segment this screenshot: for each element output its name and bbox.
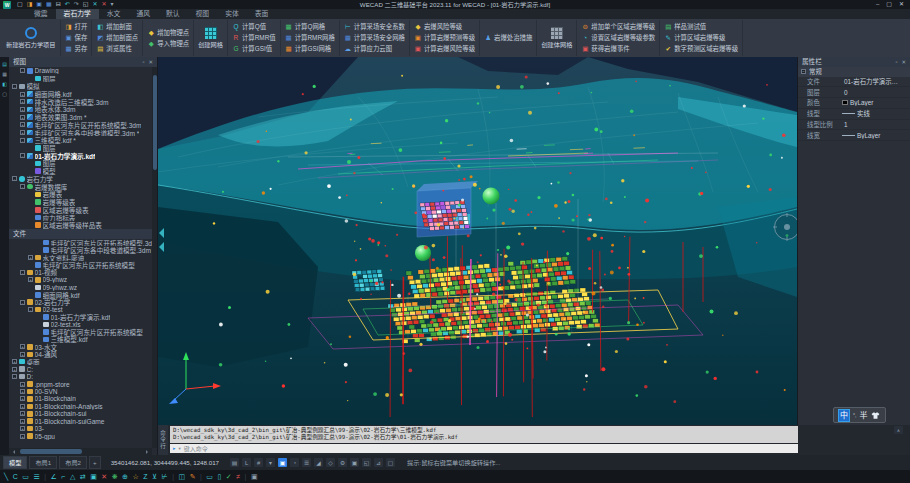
- rail-icon[interactable]: ▢: [2, 92, 7, 97]
- ribbon-big-button[interactable]: 新建岩石力学项目: [6, 27, 56, 49]
- ribbon-button[interactable]: ◧ 增加剖面: [96, 22, 138, 32]
- ribbon-tab[interactable]: 默认: [158, 9, 188, 19]
- tree-item[interactable]: + 04-通风: [9, 351, 157, 358]
- ribbon-tab[interactable]: 表面: [247, 9, 277, 19]
- ribbon-button[interactable]: ◔ 设置区域岩爆等级参数: [581, 33, 655, 43]
- draw-tool-icon[interactable]: |: [245, 470, 247, 483]
- command-history[interactable]: D:\wecad_sdk_ky\3d_cad_2\bin_git\矿冶-典型例题…: [170, 426, 798, 443]
- status-toggle-icon[interactable]: ▾: [266, 458, 275, 467]
- property-row[interactable]: 线宽 ByLayer: [798, 130, 910, 141]
- save-icon[interactable]: ▣: [36, 0, 42, 9]
- tree-item[interactable]: 毛坪矿区河东各中段巷道模型.3dm: [9, 246, 157, 253]
- ribbon-button[interactable]: R 计算RMR值: [232, 33, 276, 43]
- draw-tool-icon[interactable]: ≠: [236, 470, 240, 483]
- ribbon-button[interactable]: ◆ 导入物理点: [147, 39, 189, 49]
- expander-icon[interactable]: +: [20, 382, 25, 387]
- expander-icon[interactable]: -: [20, 68, 25, 73]
- status-toggle-icon[interactable]: ▢: [386, 458, 395, 467]
- draw-tool-icon[interactable]: ☆: [132, 470, 138, 483]
- expander-icon[interactable]: +: [12, 367, 17, 372]
- draw-tool-icon[interactable]: ▣: [90, 470, 97, 483]
- draw-tool-icon[interactable]: ⊕: [122, 470, 128, 483]
- expander-icon[interactable]: +: [12, 359, 17, 364]
- ribbon-button[interactable]: ▦ 计算采场安全网格: [344, 33, 405, 43]
- draw-tool-icon[interactable]: ▣: [251, 470, 258, 483]
- tree-item[interactable]: + 01-Blockchain: [9, 395, 157, 402]
- ribbon-button[interactable]: ▣ 获得岩爆事件: [581, 44, 655, 54]
- rail-icon[interactable]: ◧: [2, 82, 7, 87]
- tree-item[interactable]: 模型: [9, 167, 157, 175]
- tree-item[interactable]: + 00-SVN: [9, 388, 157, 395]
- tree-item[interactable]: 图层: [9, 160, 157, 168]
- expander-icon[interactable]: +: [20, 389, 25, 394]
- tree-item[interactable]: 毛坪矿区河东片区开拓系统模型.3dm: [9, 239, 157, 246]
- draw-tool-icon[interactable]: ⇄: [80, 470, 86, 483]
- ribbon-big-button[interactable]: 创建网格: [198, 27, 223, 49]
- draw-tool-icon[interactable]: ◫: [179, 470, 186, 483]
- ribbon-button[interactable]: ✎ 计算区域岩爆等级: [664, 33, 738, 43]
- expander-icon[interactable]: +: [20, 396, 25, 401]
- status-toggle-icon[interactable]: ▣: [278, 458, 287, 467]
- property-row[interactable]: 图层 0: [798, 87, 910, 98]
- ribbon-button[interactable]: ◨ 打开: [65, 22, 88, 32]
- ribbon-button[interactable]: ▣ 保存: [65, 33, 88, 43]
- draw-tool-icon[interactable]: Z: [143, 470, 147, 483]
- ribbon-button[interactable]: ▤ 样品测试值: [664, 22, 738, 32]
- draw-tool-icon[interactable]: |: [44, 470, 46, 483]
- tree-item[interactable]: 02-test.xls: [9, 321, 157, 328]
- property-value[interactable]: 0: [842, 89, 910, 96]
- tree-item[interactable]: + 09-yhwz: [9, 276, 157, 283]
- draw-tool-icon[interactable]: ▭: [22, 470, 29, 483]
- ime-toggle[interactable]: °,: [853, 409, 856, 422]
- layout-tab[interactable]: 布局1: [29, 456, 57, 469]
- tree-item[interactable]: 09-yhwz.wz: [9, 284, 157, 291]
- tree-item[interactable]: 岩爆等级表: [9, 198, 157, 206]
- tree-item[interactable]: - D:: [9, 373, 157, 380]
- status-toggle-icon[interactable]: #: [254, 458, 263, 467]
- left-panel-horizontal-scrollbar[interactable]: [9, 448, 152, 455]
- tree-item[interactable]: + 地表水体.3dm: [9, 106, 157, 114]
- tree-item[interactable]: - 02-岩石力学: [9, 299, 157, 306]
- layout-tab[interactable]: 布局2: [59, 456, 87, 469]
- ribbon-tab[interactable]: 实体: [217, 9, 247, 19]
- ribbon-button[interactable]: ▦ 计算GSI网格: [285, 44, 335, 54]
- rail-icon[interactable]: ▦: [2, 72, 7, 77]
- ribbon-button[interactable]: ♟ 岩爆处治措施: [484, 33, 532, 43]
- properties-section-header[interactable]: − 常规: [798, 67, 910, 77]
- property-row[interactable]: 颜色 ByLayer: [798, 98, 910, 109]
- draw-tool-icon[interactable]: ▯: [217, 470, 221, 483]
- tree-item[interactable]: 岩爆表: [9, 191, 157, 199]
- maximize-icon[interactable]: ▢: [886, 0, 892, 9]
- ime-toggle[interactable]: 中: [838, 409, 850, 422]
- tree-item[interactable]: 区域岩爆等级表: [9, 206, 157, 214]
- expander-icon[interactable]: +: [28, 277, 33, 282]
- rail-icon[interactable]: ▤: [2, 62, 7, 67]
- expander-icon[interactable]: +: [20, 404, 25, 409]
- console-scroll-up[interactable]: ∧: [894, 426, 903, 434]
- tree-item[interactable]: + 排水改造后三维模型.3dm: [9, 98, 157, 106]
- property-value[interactable]: ByLayer: [842, 132, 910, 139]
- status-toggle-icon[interactable]: ▤: [230, 458, 239, 467]
- scroll-right-icon[interactable]: [146, 450, 150, 454]
- draw-tool-icon[interactable]: C: [13, 470, 18, 483]
- expander-icon[interactable]: -: [12, 84, 17, 89]
- tree-item[interactable]: 毛坪矿区河东片区开拓系统模型: [9, 328, 157, 335]
- tree-item[interactable]: - Drawing: [9, 67, 157, 75]
- tree-item[interactable]: - 01-岩石力学演示.kdf: [9, 152, 157, 160]
- expander-icon[interactable]: +: [20, 434, 25, 439]
- status-toggle-icon[interactable]: ◇: [326, 458, 335, 467]
- draw-tool-icon[interactable]: ╲: [4, 470, 8, 483]
- tree-item[interactable]: - 三维模型.kdf *: [9, 136, 157, 144]
- collapse-icon[interactable]: −: [801, 69, 806, 74]
- draw-tool-icon[interactable]: ▭: [206, 470, 213, 483]
- tree-item[interactable]: 图层: [9, 75, 157, 83]
- status-toggle-icon[interactable]: ☰: [302, 458, 311, 467]
- expander-icon[interactable]: +: [20, 99, 25, 104]
- expander-icon[interactable]: +: [20, 426, 25, 431]
- scrollbar-thumb[interactable]: [20, 449, 82, 454]
- tree-item[interactable]: + 05-gpu: [9, 432, 157, 439]
- ribbon-tab[interactable]: 水文: [99, 9, 129, 19]
- ribbon-button[interactable]: G 计算GSI值: [232, 44, 276, 54]
- undo-icon[interactable]: ↶: [65, 0, 70, 9]
- ribbon-button[interactable]: ▦ 另存: [65, 44, 88, 54]
